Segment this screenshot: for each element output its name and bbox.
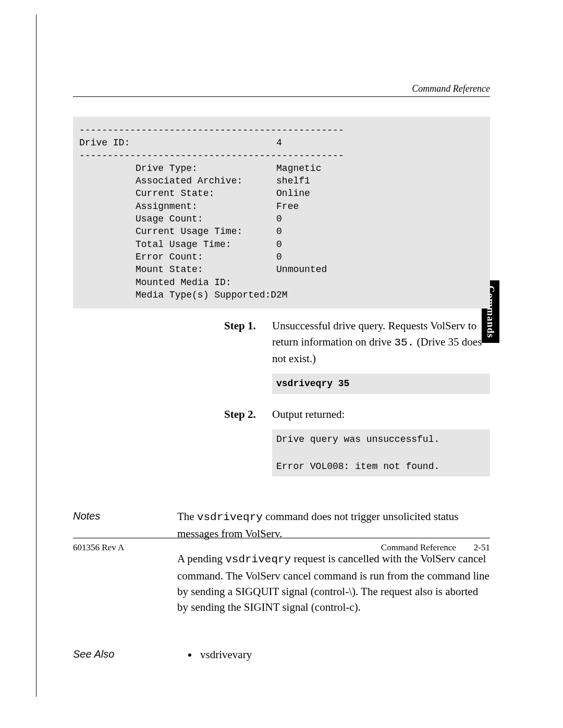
notes-label: Notes — [73, 509, 177, 625]
drive-output-block: ----------------------------------------… — [73, 117, 490, 309]
step-2-row: Step 2. Output returned: Drive query was… — [73, 406, 490, 487]
step-1-command-box: vsdriveqry 35 — [272, 374, 490, 393]
step-1-body: Unsuccessful drive query. Requests VolSe… — [272, 318, 490, 404]
footer-left: 601356 Rev A — [73, 542, 381, 553]
notes-body: The vsdriveqry command does not trigger … — [177, 509, 490, 625]
footer-center: Command Reference — [381, 542, 474, 553]
step-1-inline-code: 35. — [394, 337, 414, 349]
see-also-item: vsdrivevary — [198, 647, 490, 662]
step-1-row: Step 1. Unsuccessful drive query. Reques… — [73, 318, 490, 404]
step-2-output-box: Drive query was unsuccessful. Error VOL0… — [272, 429, 490, 476]
left-crop-mark — [36, 15, 36, 697]
page-content: Command Reference ----------------------… — [73, 83, 490, 662]
notes-section: Notes The vsdriveqry command does not tr… — [73, 509, 490, 625]
see-also-section: See Also vsdrivevary — [73, 647, 490, 662]
notes-p2-pre: A pending — [177, 552, 225, 565]
notes-p2-code: vsdriveqry — [225, 553, 291, 565]
step-2-text: Output returned: — [272, 408, 345, 421]
see-also-label: See Also — [73, 647, 177, 662]
step-2-label: Step 2. — [224, 406, 272, 487]
see-also-body: vsdrivevary — [177, 647, 490, 662]
footer-right: 2-51 — [474, 542, 490, 553]
page-footer: 601356 Rev A Command Reference 2-51 — [73, 538, 490, 553]
running-head: Command Reference — [73, 83, 490, 97]
step-1-label: Step 1. — [224, 318, 272, 404]
step-2-body: Output returned: Drive query was unsucce… — [272, 406, 490, 487]
notes-p1-code: vsdriveqry — [197, 511, 263, 523]
notes-p1-pre: The — [177, 510, 197, 523]
